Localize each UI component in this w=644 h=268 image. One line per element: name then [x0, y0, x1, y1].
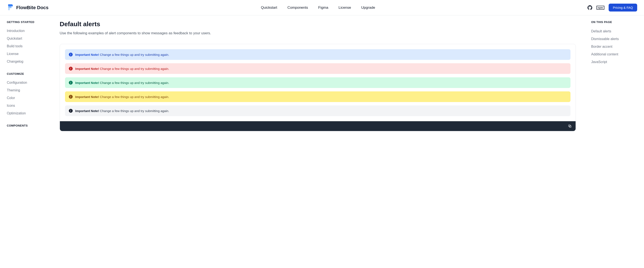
alert-danger: Important Note! Change a few things up a…: [65, 63, 570, 74]
sidebar-item-optimization[interactable]: Optimization: [7, 110, 53, 117]
nav-link-license[interactable]: License: [338, 6, 351, 10]
alert-text: Important Note! Change a few things up a…: [75, 67, 169, 70]
alert-strong-text: Important Note!: [75, 81, 99, 84]
sidebar-item-build-tools[interactable]: Build tools: [7, 42, 53, 50]
alert-strong-text: Important Note!: [75, 95, 99, 99]
svg-point-2: [70, 54, 71, 54]
alert-text: Important Note! Change a few things up a…: [75, 109, 169, 113]
alert-body-text: Change a few things up and try submittin…: [99, 81, 169, 84]
toc-item-additional-content[interactable]: Additional content: [591, 50, 637, 58]
alert-warning: Important Note! Change a few things up a…: [65, 92, 570, 102]
svg-rect-4: [70, 68, 71, 70]
nav-link-upgrade[interactable]: Upgrade: [361, 6, 375, 10]
copy-icon[interactable]: [568, 124, 572, 128]
sidebar-item-icons[interactable]: Icons: [7, 102, 53, 110]
sidebar-left: GETTING STARTED Introduction Quickstart …: [0, 15, 60, 268]
main-content: Default alerts Use the following example…: [60, 15, 584, 268]
github-icon[interactable]: [588, 5, 592, 10]
toc-item-javascript[interactable]: JavaScript: [591, 58, 637, 66]
info-icon: [69, 67, 73, 70]
svg-point-14: [70, 110, 71, 110]
example-card: Important Note! Change a few things up a…: [60, 44, 576, 131]
sidebar-section-getting-started: GETTING STARTED: [7, 20, 53, 24]
sidebar-item-introduction[interactable]: Introduction: [7, 27, 53, 35]
sidebar-item-configuration[interactable]: Configuration: [7, 79, 53, 86]
sidebar-item-quickstart[interactable]: Quickstart: [7, 35, 53, 42]
sidebar-item-changelog[interactable]: Changelog: [7, 58, 53, 66]
toc-title: ON THIS PAGE: [591, 20, 637, 24]
alert-body-text: Change a few things up and try submittin…: [99, 109, 169, 113]
alert-neutral: Important Note! Change a few things up a…: [65, 106, 570, 116]
example-body: Important Note! Change a few things up a…: [60, 44, 576, 121]
svg-point-11: [70, 96, 71, 96]
svg-rect-10: [70, 96, 71, 98]
alert-text: Important Note! Change a few things up a…: [75, 95, 169, 99]
info-icon: [69, 52, 73, 56]
brand[interactable]: FlowBite Docs: [7, 4, 48, 12]
sidebar-right: ON THIS PAGE Default alerts Dismissable …: [584, 15, 644, 268]
sidebar-item-license[interactable]: License: [7, 50, 53, 58]
npm-icon[interactable]: npm: [596, 6, 604, 10]
toc-item-default-alerts[interactable]: Default alerts: [591, 28, 637, 35]
info-icon: [69, 95, 73, 99]
navbar: FlowBite Docs Quickstart Components Figm…: [0, 0, 644, 15]
alert-strong-text: Important Note!: [75, 53, 99, 56]
svg-rect-7: [70, 82, 71, 84]
page-description: Use the following examples of alert comp…: [60, 31, 576, 35]
sidebar-section-components: COMPONENTS: [7, 124, 53, 127]
svg-point-5: [70, 68, 71, 68]
pricing-faq-button[interactable]: Pricing & FAQ: [608, 4, 637, 12]
nav-link-figma[interactable]: Figma: [318, 6, 328, 10]
svg-rect-1: [70, 54, 71, 56]
info-icon: [69, 109, 73, 113]
svg-rect-13: [70, 110, 71, 112]
page-title: Default alerts: [60, 20, 576, 28]
alert-strong-text: Important Note!: [75, 67, 99, 70]
brand-logo-icon: [7, 4, 14, 12]
alert-text: Important Note! Change a few things up a…: [75, 81, 169, 84]
nav-links: Quickstart Components Figma License Upgr…: [48, 6, 588, 10]
toc-item-dismissable-alerts[interactable]: Dismissable alerts: [591, 35, 637, 43]
info-icon: [69, 81, 73, 84]
alert-body-text: Change a few things up and try submittin…: [99, 53, 169, 56]
alert-info: Important Note! Change a few things up a…: [65, 49, 570, 60]
sidebar-section-customize: CUSTOMIZE: [7, 72, 53, 76]
alert-strong-text: Important Note!: [75, 109, 99, 113]
code-toolbar: [60, 121, 576, 131]
svg-point-8: [70, 82, 71, 82]
alert-text: Important Note! Change a few things up a…: [75, 53, 169, 56]
toc-item-border-accent[interactable]: Border accent: [591, 43, 637, 50]
alert-body-text: Change a few things up and try submittin…: [99, 95, 169, 99]
alert-body-text: Change a few things up and try submittin…: [99, 67, 169, 70]
nav-link-quickstart[interactable]: Quickstart: [261, 6, 277, 10]
sidebar-item-theming[interactable]: Theming: [7, 86, 53, 94]
nav-right: npm Pricing & FAQ: [588, 4, 637, 12]
sidebar-item-color[interactable]: Color: [7, 94, 53, 102]
brand-name: FlowBite Docs: [16, 5, 48, 10]
alert-success: Important Note! Change a few things up a…: [65, 77, 570, 88]
nav-link-components[interactable]: Components: [288, 6, 308, 10]
